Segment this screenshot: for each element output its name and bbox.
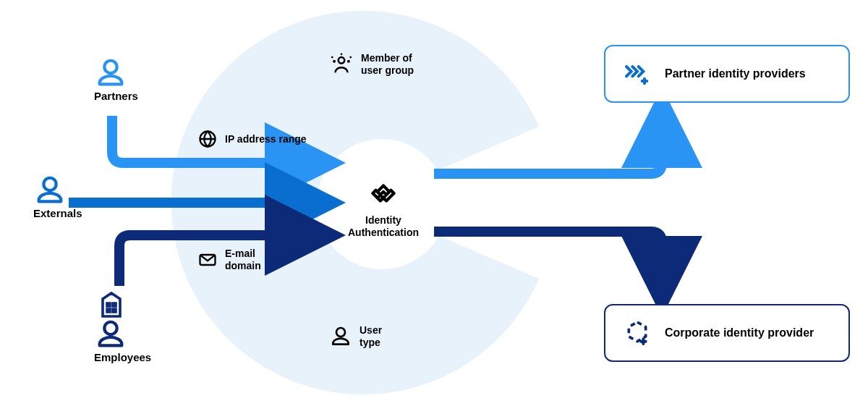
externals-label: Externals [33, 207, 82, 219]
rule-member-of-group: Member of user group [329, 52, 414, 77]
svg-point-3 [331, 56, 333, 59]
rule-ip-range: IP address range [197, 129, 307, 149]
rule-user-type: User type [329, 324, 382, 349]
rule-ip-range-label: IP address range [225, 133, 307, 145]
rule-user-type-label: User type [359, 324, 382, 349]
center-node: Identity Authentication [340, 175, 427, 239]
actor-employees: Employees [94, 286, 151, 363]
employees-label: Employees [94, 351, 151, 363]
chevrons-plus-icon [623, 59, 652, 88]
actor-partners: Partners [94, 56, 138, 102]
user-icon [33, 174, 67, 207]
user-group-icon [329, 52, 354, 77]
svg-point-5 [341, 53, 343, 55]
box-partner-providers-label: Partner identity providers [665, 67, 806, 80]
box-partner-providers: Partner identity providers [604, 45, 850, 103]
svg-point-1 [333, 60, 336, 63]
box-corporate-provider: Corporate identity provider [604, 304, 850, 362]
arrow-center-to-corporate-provider [434, 232, 662, 297]
actor-externals: Externals [33, 174, 82, 219]
svg-point-2 [347, 60, 350, 63]
svg-point-4 [349, 56, 352, 59]
center-label: Identity Authentication [340, 214, 427, 239]
globe-icon [197, 129, 218, 149]
partners-label: Partners [94, 90, 138, 102]
rule-email-domain-label: E-mail domain [225, 248, 261, 272]
svg-point-0 [339, 57, 345, 64]
user-icon [94, 56, 127, 90]
rule-email-domain: E-mail domain [197, 248, 261, 272]
hex-plus-icon [623, 318, 652, 347]
box-corporate-provider-label: Corporate identity provider [665, 326, 814, 339]
rule-member-of-group-label: Member of user group [361, 52, 414, 77]
user-icon [329, 325, 352, 348]
building-icon [94, 286, 129, 321]
arrow-center-to-partner-providers [434, 107, 662, 174]
diagram-root: Partners Externals Employees Member of u… [0, 0, 868, 401]
user-icon [94, 318, 127, 351]
handshake-icon [365, 175, 401, 211]
mail-icon [197, 250, 218, 270]
